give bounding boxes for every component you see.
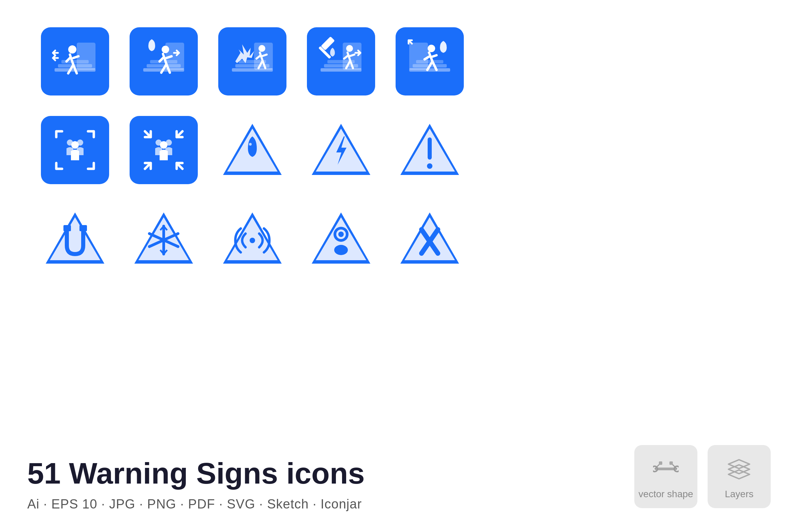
icon-snowflake-warning[interactable] xyxy=(130,205,198,273)
page-subtitle: Ai · EPS 10 · JPG · PNG · PDF · SVG · Sk… xyxy=(27,497,634,512)
svg-point-9 xyxy=(162,46,169,53)
icon-row-1 xyxy=(27,27,771,95)
svg-rect-40 xyxy=(428,137,432,160)
svg-point-63 xyxy=(338,232,344,237)
vector-shape-icon xyxy=(651,454,681,485)
icon-exit-arrows-person[interactable] xyxy=(41,27,109,95)
svg-point-21 xyxy=(346,45,353,52)
svg-point-35 xyxy=(249,143,252,146)
svg-point-61 xyxy=(334,245,348,255)
icon-drop-warning[interactable] xyxy=(218,116,286,184)
svg-point-29 xyxy=(71,141,79,149)
layers-badge[interactable]: Layers xyxy=(708,445,771,508)
svg-rect-25 xyxy=(409,43,428,70)
svg-point-57 xyxy=(250,238,255,243)
svg-rect-45 xyxy=(79,225,87,231)
icon-row-2 xyxy=(27,116,771,184)
icon-exclamation-warning[interactable] xyxy=(396,116,464,184)
icon-group-compress[interactable] xyxy=(130,116,198,184)
bottom-section: 51 Warning Signs icons Ai · EPS 10 · JPG… xyxy=(27,445,771,512)
icon-person-warning[interactable] xyxy=(307,205,375,273)
svg-rect-44 xyxy=(63,225,71,231)
vector-shape-label: vector shape xyxy=(638,489,693,500)
icon-x-warning[interactable] xyxy=(396,205,464,273)
title-section: 51 Warning Signs icons Ai · EPS 10 · JPG… xyxy=(27,457,634,512)
svg-rect-74 xyxy=(669,461,673,465)
icons-grid xyxy=(27,27,771,273)
icon-group-expand[interactable] xyxy=(41,116,109,184)
vector-shape-badge[interactable]: vector shape xyxy=(634,445,697,508)
main-container: 51 Warning Signs icons Ai · EPS 10 · JPG… xyxy=(0,0,798,532)
svg-point-32 xyxy=(160,141,167,149)
svg-point-41 xyxy=(427,163,432,169)
icon-magnet-warning[interactable] xyxy=(41,205,109,273)
svg-point-14 xyxy=(258,45,265,52)
icon-hammer-run-person[interactable] xyxy=(307,27,375,95)
layers-label: Layers xyxy=(725,489,753,500)
icon-explosion-person[interactable] xyxy=(218,27,286,95)
icon-drop-run-person[interactable] xyxy=(130,27,198,95)
layers-icon xyxy=(724,454,755,485)
svg-point-4 xyxy=(68,45,76,54)
svg-rect-73 xyxy=(659,461,662,465)
icon-exit-drop-right[interactable] xyxy=(396,27,464,95)
svg-point-26 xyxy=(428,45,435,52)
page-title: 51 Warning Signs icons xyxy=(27,457,634,490)
badges-section: vector shape Layers xyxy=(634,445,771,512)
icon-row-3 xyxy=(27,205,771,273)
icon-lightning-warning[interactable] xyxy=(307,116,375,184)
icon-signal-warning[interactable] xyxy=(218,205,286,273)
